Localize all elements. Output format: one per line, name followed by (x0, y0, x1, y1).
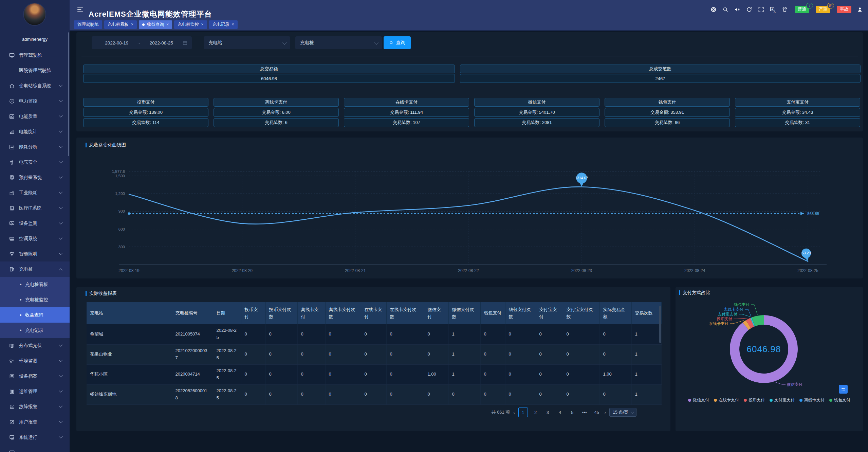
column-header[interactable]: 投币支付 (241, 302, 265, 324)
sidebar-item-6[interactable]: 能耗分析 (0, 139, 70, 155)
legend-item-0[interactable]: 微信支付 (688, 397, 709, 403)
sidebar-scrollbar[interactable] (68, 32, 69, 156)
column-header[interactable]: 离线卡支付次数 (325, 302, 361, 324)
column-header[interactable]: 在线卡支付 (361, 302, 386, 324)
column-header[interactable]: 微信支付次数 (448, 302, 480, 324)
page-button-5[interactable]: 5 (568, 408, 577, 417)
prepay-icon (9, 175, 15, 181)
pile-select[interactable]: 充电桩 (295, 36, 382, 49)
fullscreen-icon[interactable] (758, 6, 764, 13)
legend-item-4[interactable]: 离线卡支付 (799, 397, 825, 403)
column-header[interactable]: 钱包支付 (480, 302, 505, 324)
sidebar-item-16[interactable]: •充电桩监控 (0, 292, 70, 307)
user-icon[interactable] (856, 6, 863, 13)
sidebar-item-2[interactable]: 变电站综自系统 (0, 78, 70, 93)
sidebar-item-21[interactable]: 设备档案 (0, 368, 70, 384)
sidebar-item-8[interactable]: 预付费系统 (0, 170, 70, 185)
translate-icon[interactable]: A文 (770, 6, 776, 13)
station-select[interactable]: 充电站 (204, 36, 290, 49)
close-icon[interactable]: × (232, 22, 234, 26)
tab-1[interactable]: 充电桩看板× (104, 20, 137, 29)
sidebar-item-0[interactable]: 管理驾驶舱 (0, 48, 70, 63)
query-button[interactable]: 查询 (384, 36, 411, 49)
sidebar-item-12[interactable]: 空调系统 (0, 231, 70, 246)
tab-3[interactable]: 充电桩监控× (174, 20, 207, 29)
prev-page-button[interactable]: ‹ (513, 410, 515, 415)
sidebar-item-11[interactable]: 设备监测 (0, 216, 70, 231)
help-icon[interactable] (710, 6, 717, 13)
alarm-chip-1[interactable]: 严重84 (816, 6, 830, 13)
column-header[interactable]: 支付宝支付 (536, 302, 563, 324)
page-button-2[interactable]: 2 (531, 408, 540, 417)
column-header[interactable]: 投币支付次数 (265, 302, 297, 324)
page-button-3[interactable]: 3 (543, 408, 552, 417)
sidebar-item-18[interactable]: •充电记录 (0, 323, 70, 338)
column-header[interactable]: 充电站 (87, 302, 172, 324)
date-end[interactable]: 2022-08-25 (140, 40, 182, 46)
sidebar-item-22[interactable]: 运维管理 (0, 384, 70, 399)
chart-settings-button[interactable] (839, 385, 848, 394)
page-button-4[interactable]: 4 (556, 408, 565, 417)
bars-icon (9, 129, 15, 135)
bulb-icon (9, 251, 15, 257)
page-button-1[interactable]: 1 (518, 408, 528, 417)
column-header[interactable]: 充电桩编号 (172, 302, 213, 324)
volume-icon[interactable] (734, 6, 741, 13)
table-cell: 花果山物业 (87, 344, 172, 364)
column-header[interactable]: 离线卡支付 (297, 302, 325, 324)
sidebar-item-5[interactable]: 电能统计 (0, 124, 70, 139)
legend-item-2[interactable]: 投币支付 (744, 397, 765, 403)
refresh-icon[interactable] (746, 6, 753, 13)
sidebar-item-25[interactable]: 系统运行 (0, 430, 70, 445)
table-cell: 0 (361, 344, 386, 364)
sidebar-item-3[interactable]: 电力监控 (0, 93, 70, 109)
column-header[interactable]: 日期 (213, 302, 241, 324)
column-header[interactable]: 实际交易金额 (599, 302, 631, 324)
menu-toggle-icon[interactable] (76, 6, 84, 13)
sidebar-item-26[interactable] (0, 445, 70, 452)
close-icon[interactable]: × (166, 22, 169, 26)
sidebar-item-7[interactable]: 电气安全 (0, 155, 70, 170)
column-header[interactable]: 钱包支付次数 (505, 302, 536, 324)
sidebar-item-20[interactable]: 环境监测 (0, 353, 70, 368)
alarm-chip-0[interactable]: 普通7 (795, 6, 809, 13)
date-range-input[interactable]: 2022-08-19 ~ 2022-08-25 (92, 36, 192, 49)
sidebar-item-14[interactable]: 充电桩 (0, 261, 70, 277)
legend-item-1[interactable]: 在线卡支付 (714, 397, 739, 403)
page-size-select[interactable]: 15 条/页 (609, 408, 636, 417)
sidebar-item-10[interactable]: 医疗IT系统 (0, 200, 70, 216)
tab-4[interactable]: 充电记录× (209, 20, 238, 29)
close-icon[interactable]: × (131, 22, 133, 26)
sidebar-item-23[interactable]: 故障报警 (0, 399, 70, 414)
legend-item-5[interactable]: 钱包支付 (829, 397, 850, 403)
chevron-down-icon (59, 205, 62, 209)
revenue-line-chart: 1,577.61,5001,2009006003002022-08-192022… (76, 138, 863, 278)
table-scrollbar[interactable] (659, 306, 661, 343)
sidebar-item-9[interactable]: 工业能耗 (0, 185, 70, 200)
tab-2[interactable]: 收益查询× (139, 20, 172, 29)
search-icon[interactable] (722, 6, 729, 13)
svg-text:1314.67: 1314.67 (575, 176, 588, 180)
sidebar-item-1[interactable]: 医院管理驾驶舱 (0, 63, 70, 78)
sidebar-item-15[interactable]: •充电桩看板 (0, 277, 70, 292)
page-button-45[interactable]: 45 (592, 408, 601, 417)
column-header[interactable]: 在线卡支付次数 (386, 302, 424, 324)
next-page-button[interactable]: › (605, 410, 606, 415)
sidebar-item-17-active[interactable]: •收益查询 (0, 307, 70, 323)
sidebar-item-24[interactable]: 用户报告 (0, 414, 70, 430)
theme-icon[interactable] (781, 6, 788, 13)
column-header[interactable]: 支付宝支付次数 (563, 302, 599, 324)
column-header[interactable]: 交易次数 (631, 302, 661, 324)
avatar[interactable] (24, 3, 45, 25)
date-start[interactable]: 2022-08-19 (96, 40, 138, 46)
column-header[interactable]: 微信支付 (424, 302, 448, 324)
legend-item-3[interactable]: 支付宝支付 (770, 397, 795, 403)
sidebar-item-19[interactable]: 分布式光伏 (0, 338, 70, 353)
sidebar-item-13[interactable]: 智能照明 (0, 246, 70, 261)
alarm-chip-2[interactable]: 事故 (837, 6, 851, 13)
sidebar-item-label: 管理驾驶舱 (19, 52, 42, 58)
close-icon[interactable]: × (201, 22, 204, 26)
tab-0[interactable]: 管理驾驶舱 (74, 20, 102, 29)
sidebar-item-4[interactable]: 电能质量 (0, 109, 70, 124)
payment-card-count: 交易笔数: 2081 (474, 118, 599, 127)
